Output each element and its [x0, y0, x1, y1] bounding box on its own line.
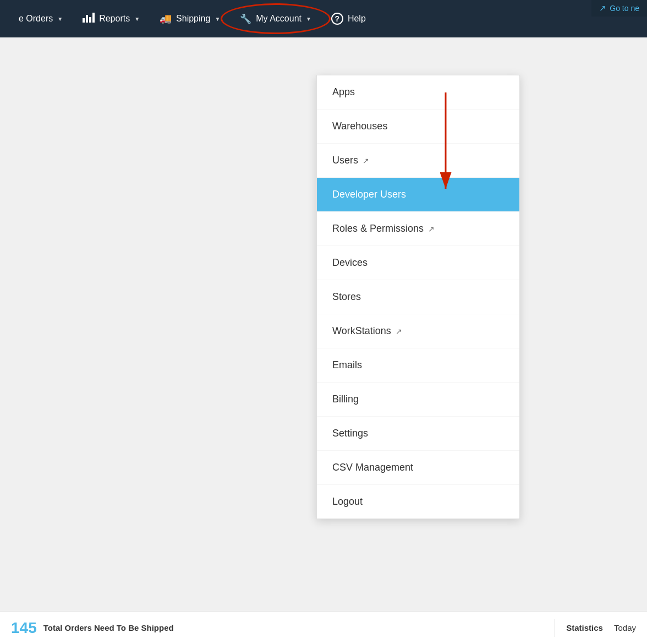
menu-item-csv-management[interactable]: CSV Management	[317, 451, 519, 485]
apps-label: Apps	[332, 86, 355, 98]
csv-management-label: CSV Management	[332, 462, 413, 473]
developer-users-label: Developer Users	[332, 189, 406, 200]
devices-label: Devices	[332, 257, 368, 269]
today-label: Today	[614, 623, 636, 632]
nav-item-reports[interactable]: Reports ▼	[73, 0, 150, 37]
nav-items: e Orders ▼ Reports ▼ 🚚 Shipping ▼	[9, 0, 376, 37]
roles-external-icon: ↗	[428, 225, 435, 233]
menu-item-developer-users[interactable]: Developer Users	[317, 178, 519, 212]
menu-item-apps[interactable]: Apps	[317, 75, 519, 110]
main-content: Apps Warehouses Users ↗ Developer Users …	[0, 37, 647, 644]
menu-item-emails[interactable]: Emails	[317, 348, 519, 383]
menu-item-settings[interactable]: Settings	[317, 417, 519, 451]
orders-label: e Orders	[19, 14, 53, 24]
bottom-bar: 145 Total Orders Need To Be Shipped Stat…	[0, 611, 647, 644]
wrench-icon: 🔧	[240, 13, 251, 25]
shipping-label: Shipping	[176, 14, 210, 24]
users-external-icon: ↗	[363, 156, 369, 165]
statistics-label: Statistics	[566, 623, 603, 632]
shipping-chevron: ▼	[215, 16, 220, 22]
my-account-label: My Account	[256, 14, 301, 24]
menu-item-users[interactable]: Users ↗	[317, 144, 519, 178]
external-link-icon: ↗	[599, 3, 606, 13]
menu-item-devices[interactable]: Devices	[317, 246, 519, 280]
menu-item-warehouses[interactable]: Warehouses	[317, 110, 519, 144]
menu-item-workstations[interactable]: WorkStations ↗	[317, 314, 519, 348]
roles-permissions-label: Roles & Permissions	[332, 223, 424, 234]
menu-item-stores[interactable]: Stores	[317, 280, 519, 314]
nav-item-my-account[interactable]: 🔧 My Account ▼	[230, 0, 321, 37]
nav-item-orders[interactable]: e Orders ▼	[9, 0, 73, 37]
nav-item-help[interactable]: ? Help	[321, 0, 376, 37]
truck-icon: 🚚	[160, 13, 172, 25]
nav-item-shipping[interactable]: 🚚 Shipping ▼	[150, 0, 230, 37]
orders-chevron: ▼	[57, 16, 63, 22]
my-account-chevron: ▼	[306, 16, 311, 22]
go-to-new-link[interactable]: Go to ne	[610, 4, 639, 13]
emails-label: Emails	[332, 359, 362, 371]
workstations-label: WorkStations	[332, 325, 391, 337]
bottom-bar-left: 145 Total Orders Need To Be Shipped	[0, 619, 555, 637]
warehouses-label: Warehouses	[332, 121, 387, 132]
bar-chart-icon	[83, 13, 95, 25]
menu-item-logout[interactable]: Logout	[317, 485, 519, 519]
stores-label: Stores	[332, 291, 361, 303]
users-label: Users	[332, 155, 358, 166]
navbar: e Orders ▼ Reports ▼ 🚚 Shipping ▼	[0, 0, 647, 37]
reports-label: Reports	[99, 14, 130, 24]
orders-count: 145	[11, 619, 37, 637]
question-icon: ?	[331, 13, 343, 25]
top-right-banner: ↗ Go to ne	[591, 0, 647, 17]
menu-item-billing[interactable]: Billing	[317, 383, 519, 417]
reports-chevron: ▼	[134, 16, 140, 22]
settings-label: Settings	[332, 428, 368, 439]
bottom-bar-right: Statistics Today	[555, 623, 647, 632]
menu-item-roles-permissions[interactable]: Roles & Permissions ↗	[317, 212, 519, 246]
dropdown-menu: Apps Warehouses Users ↗ Developer Users …	[316, 75, 520, 519]
help-label: Help	[348, 14, 366, 24]
workstations-external-icon: ↗	[396, 327, 402, 336]
orders-label: Total Orders Need To Be Shipped	[43, 623, 174, 632]
logout-label: Logout	[332, 496, 363, 507]
billing-label: Billing	[332, 394, 359, 405]
